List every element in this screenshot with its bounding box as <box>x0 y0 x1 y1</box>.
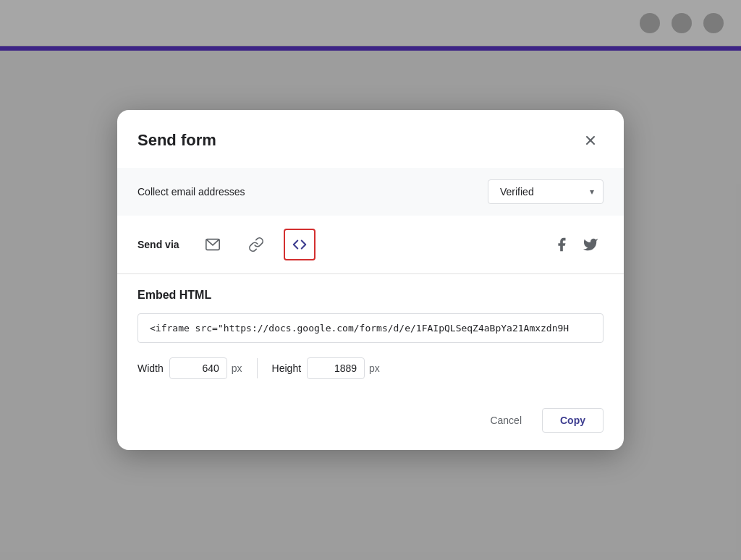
copy-button[interactable]: Copy <box>542 408 604 433</box>
send-via-row: Send via <box>117 216 624 274</box>
embed-section: Embed HTML <iframe src="https://docs.goo… <box>117 274 624 396</box>
verified-value: Verified <box>500 186 534 198</box>
dialog-header: Send form <box>117 110 624 168</box>
social-icons <box>549 232 604 258</box>
facebook-button[interactable] <box>549 232 575 258</box>
height-label: Height <box>272 362 301 374</box>
width-unit: px <box>232 362 242 374</box>
verified-dropdown[interactable]: Verified ▾ <box>488 179 604 204</box>
cancel-button[interactable]: Cancel <box>478 409 533 432</box>
collect-email-label: Collect email addresses <box>137 186 245 198</box>
dim-divider <box>257 358 258 378</box>
send-via-email-button[interactable] <box>197 229 229 260</box>
dimensions-row: Width px Height px <box>137 357 604 385</box>
width-label: Width <box>137 362 164 374</box>
close-button[interactable] <box>577 127 604 153</box>
embed-title: Embed HTML <box>137 289 604 302</box>
send-via-label: Send via <box>137 239 179 250</box>
send-via-link-button[interactable] <box>240 229 272 260</box>
twitter-button[interactable] <box>577 232 604 258</box>
send-via-embed-button[interactable] <box>284 229 316 260</box>
width-input[interactable] <box>169 357 227 379</box>
dialog-title: Send form <box>137 131 216 150</box>
chevron-down-icon: ▾ <box>590 187 594 197</box>
height-unit: px <box>369 362 380 374</box>
collect-email-row: Collect email addresses Verified ▾ <box>117 168 624 216</box>
embed-code-box[interactable]: <iframe src="https://docs.google.com/for… <box>137 313 604 343</box>
height-input[interactable] <box>307 357 365 379</box>
send-form-dialog: Send form Collect email addresses Verifi… <box>117 110 624 450</box>
dialog-footer: Cancel Copy <box>117 396 624 450</box>
